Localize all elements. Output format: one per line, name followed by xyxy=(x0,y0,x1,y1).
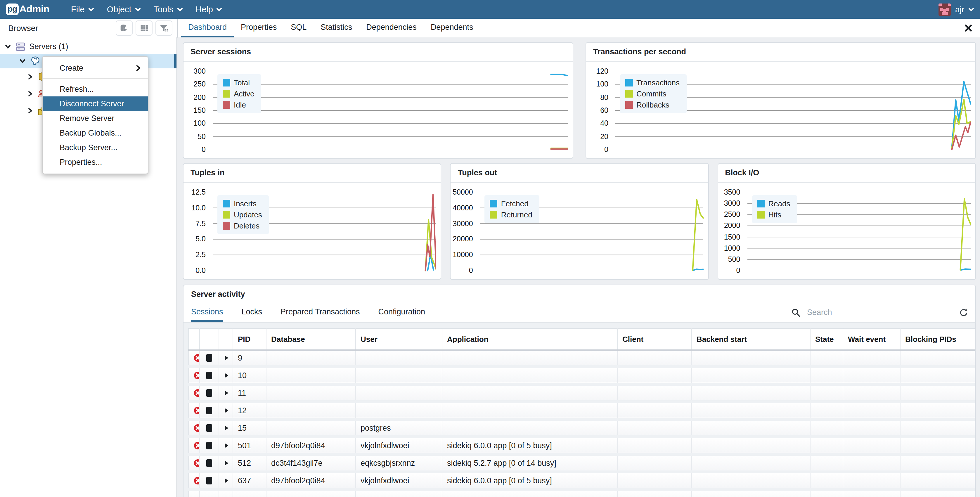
tab-statistics[interactable]: Statistics xyxy=(313,19,359,37)
cell-pid: 501 xyxy=(233,436,266,454)
cell-wait_event xyxy=(843,401,900,419)
expand-cell xyxy=(219,350,233,366)
cell-database: dc3t4f143gil7e xyxy=(266,454,356,472)
cell-wait_event xyxy=(843,350,900,366)
menu-item-remove-server[interactable]: Remove Server xyxy=(43,111,148,126)
terminate-session-button[interactable] xyxy=(206,354,212,362)
close-icon[interactable] xyxy=(964,24,972,32)
col-blocking-pids: Blocking PIDs xyxy=(900,329,975,350)
legend-item: Active xyxy=(223,89,255,98)
tab-prepared-transactions[interactable]: Prepared Transactions xyxy=(280,303,360,322)
menu-item-properties[interactable]: Properties... xyxy=(43,155,148,169)
tab-configuration[interactable]: Configuration xyxy=(379,303,425,322)
legend-label: Inserts xyxy=(234,199,256,208)
tab-dashboard[interactable]: Dashboard xyxy=(181,19,234,37)
legend-swatch xyxy=(223,200,230,207)
cell-database xyxy=(266,350,356,366)
cancel-session-button[interactable] xyxy=(193,388,195,397)
expand-row-button[interactable] xyxy=(224,442,228,449)
cell-client xyxy=(617,419,692,436)
expand-row-button[interactable] xyxy=(224,460,228,466)
pgadmin-logo: pgAdmin xyxy=(6,3,49,15)
submenu-arrow-icon xyxy=(135,65,141,71)
tab-dependencies[interactable]: Dependencies xyxy=(359,19,424,37)
y-tick-label: 200 xyxy=(193,93,206,101)
cancel-session-button[interactable] xyxy=(193,441,195,450)
tab-dependents[interactable]: Dependents xyxy=(424,19,480,37)
terminate-cell xyxy=(200,401,219,419)
menu-item-refresh[interactable]: Refresh... xyxy=(43,82,148,96)
expand-row-button[interactable] xyxy=(224,372,228,378)
chart-title: Tuples out xyxy=(451,164,708,183)
tools-menu[interactable]: Tools xyxy=(147,0,189,19)
cancel-session-button[interactable] xyxy=(193,371,195,379)
tab-properties[interactable]: Properties xyxy=(234,19,284,37)
terminate-session-button[interactable] xyxy=(206,389,212,397)
y-tick-label: 100 xyxy=(193,119,206,128)
menu-item-disconnect-server[interactable]: Disconnect Server xyxy=(43,96,148,111)
y-tick-label: 500 xyxy=(728,255,740,264)
cell-user xyxy=(356,350,442,366)
cell-database: d97bfool2q0i84 xyxy=(266,472,356,489)
chevron-down-icon[interactable] xyxy=(19,58,26,64)
help-menu[interactable]: Help xyxy=(189,0,229,19)
expand-row-button[interactable] xyxy=(224,354,228,361)
y-tick-label: 0 xyxy=(604,145,608,154)
terminate-session-button[interactable] xyxy=(206,407,212,414)
col-wait-event: Wait event xyxy=(843,329,900,350)
cancel-session-button[interactable] xyxy=(193,476,195,485)
col-database: Database xyxy=(266,329,356,350)
cancel-session-button[interactable] xyxy=(193,424,195,432)
expand-row-button[interactable] xyxy=(224,477,228,484)
terminate-session-button[interactable] xyxy=(206,460,212,467)
terminate-session-button[interactable] xyxy=(206,477,212,485)
terminate-session-button[interactable] xyxy=(206,372,212,379)
legend-item: Inserts xyxy=(223,199,262,208)
expand-cell xyxy=(219,472,233,489)
chevron-right-icon[interactable] xyxy=(26,108,34,114)
y-axis: 3500300025002000150010005000 xyxy=(718,187,744,274)
y-tick-label: 80 xyxy=(600,93,608,101)
menu-item-create[interactable]: Create xyxy=(43,61,148,75)
sessions-table-header: PID Database User Application Client Bac… xyxy=(188,329,975,350)
cell-client xyxy=(617,472,692,489)
tree-node-servers[interactable]: Servers (1) xyxy=(0,39,177,54)
tab-sql[interactable]: SQL xyxy=(284,19,313,37)
terminate-session-button[interactable] xyxy=(206,442,212,450)
session-row: 9 xyxy=(188,350,975,366)
expand-row-button[interactable] xyxy=(224,425,228,431)
sub-header-band: Browser Dashboard Properties SQL Statist… xyxy=(0,19,980,38)
tab-sessions[interactable]: Sessions xyxy=(191,303,223,322)
expand-row-button[interactable] xyxy=(224,389,228,396)
file-menu[interactable]: File xyxy=(65,0,100,19)
cell-state xyxy=(810,472,843,489)
y-tick-label: 2500 xyxy=(724,211,740,219)
cell-database xyxy=(266,384,356,401)
menu-item-backup-server[interactable]: Backup Server... xyxy=(43,140,148,155)
cancel-icon xyxy=(193,371,200,379)
user-menu[interactable]: ajr xyxy=(939,3,980,16)
search-input[interactable] xyxy=(806,307,954,317)
query-tool-button[interactable] xyxy=(116,21,133,36)
filtered-rows-button[interactable] xyxy=(156,21,172,36)
object-menu[interactable]: Object xyxy=(100,0,147,19)
menu-item-backup-globals[interactable]: Backup Globals... xyxy=(43,126,148,140)
cancel-session-button[interactable] xyxy=(193,353,195,362)
cancel-session-button[interactable] xyxy=(193,459,195,467)
chevron-right-icon[interactable] xyxy=(26,73,34,80)
expand-row-button[interactable] xyxy=(224,407,228,413)
cell-blocking_pids xyxy=(900,489,975,497)
chevron-down-icon[interactable] xyxy=(4,43,12,50)
avatar xyxy=(939,3,951,16)
server-activity-section: Server activity Sessions Locks Prepared … xyxy=(183,285,976,497)
terminate-session-button[interactable] xyxy=(206,425,212,432)
refresh-icon[interactable] xyxy=(959,307,968,317)
chevron-right-icon[interactable] xyxy=(26,91,34,97)
view-data-button[interactable] xyxy=(135,21,153,36)
y-tick-label: 40000 xyxy=(453,204,473,212)
tab-locks[interactable]: Locks xyxy=(241,303,262,322)
cancel-session-button[interactable] xyxy=(193,406,195,414)
cancel-cell xyxy=(188,401,200,419)
legend-swatch xyxy=(223,211,230,218)
cell-pid xyxy=(233,489,266,497)
